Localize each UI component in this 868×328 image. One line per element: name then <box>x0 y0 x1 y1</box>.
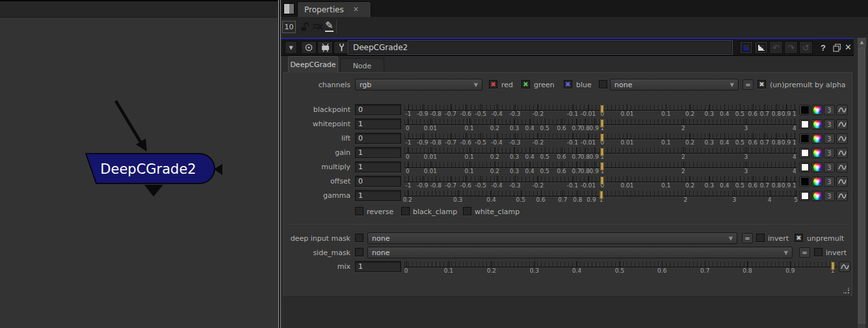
tab-deepcgrade[interactable]: DeepCGrade <box>288 56 338 73</box>
gamma-input[interactable] <box>355 190 401 201</box>
multiply-color-swatch-button[interactable] <box>799 162 810 172</box>
panel-count-field[interactable]: 10 <box>282 21 296 33</box>
offset-color-wheel-button[interactable] <box>811 176 822 187</box>
offset-channel-count-button[interactable]: 3 <box>824 176 835 187</box>
node-graph-canvas[interactable]: DeepCGrade2 <box>0 18 278 328</box>
gain-slider[interactable]: 00.010.10.20.30.40.50.60.70.80.91234 <box>404 147 797 161</box>
blackpoint-color-wheel-button[interactable] <box>811 105 822 115</box>
gain-color-swatch-button[interactable] <box>799 148 810 158</box>
channel-blue-checkbox[interactable]: ✖ <box>564 80 572 89</box>
settings-button[interactable] <box>334 41 349 54</box>
side_mask-equals-button[interactable]: = <box>799 247 810 258</box>
gain-channel-count-button[interactable]: 3 <box>824 148 835 158</box>
multiply-slider[interactable]: 00.010.10.20.30.40.50.60.70.80.91234 <box>404 161 797 175</box>
multiply-curve-editor-button[interactable] <box>836 162 848 172</box>
lift-color-wheel-button[interactable] <box>811 133 822 144</box>
center-in-graph-button[interactable] <box>301 41 317 54</box>
black_clamp-checkbox[interactable] <box>401 207 410 215</box>
lift-curve-editor-button[interactable] <box>836 133 848 144</box>
whitepoint-slider[interactable]: 00.010.10.20.30.40.50.60.70.80.91234 <box>404 118 797 132</box>
blackpoint-slider-handle[interactable] <box>601 105 604 113</box>
close-all-panels-icon[interactable] <box>312 21 324 33</box>
tab-close-icon[interactable]: ✕ <box>353 5 359 14</box>
offset-slider[interactable]: -1-0.9-0.8-0.7-0.6-0.5-0.4-0.3-0.2-0.1-0… <box>404 176 797 189</box>
close-panel-button[interactable]: ✕ <box>845 42 852 52</box>
scrollbar-thumb[interactable] <box>858 48 865 323</box>
lock-icon[interactable] <box>299 21 311 33</box>
multiply-input[interactable] <box>355 161 401 172</box>
reverse-checkbox[interactable] <box>355 207 363 215</box>
mix-slider[interactable]: 00.10.20.30.40.50.60.70.80.91 <box>404 261 837 275</box>
alpha-channel-checkbox[interactable] <box>599 80 607 89</box>
blackpoint-curve-editor-button[interactable] <box>836 105 848 115</box>
blackpoint-channel-count-button[interactable]: 3 <box>824 105 835 115</box>
pane-menu-icon[interactable] <box>283 3 295 14</box>
help-button[interactable]: ? <box>821 43 826 53</box>
node-input-arrow[interactable] <box>116 101 140 142</box>
gamma-slider-handle[interactable] <box>599 191 603 199</box>
side_mask-dropdown[interactable]: none▼ <box>367 247 793 258</box>
lift-input[interactable] <box>355 133 401 144</box>
node-name-input[interactable] <box>349 41 732 54</box>
resize-grip[interactable] <box>843 288 850 294</box>
gamma-channel-count-button[interactable]: 3 <box>824 191 835 201</box>
channels-layer-dropdown[interactable]: rgb▼ <box>355 79 482 90</box>
channel-green-checkbox[interactable]: ✖ <box>521 80 530 89</box>
float-panel-button[interactable] <box>833 44 841 52</box>
side_mask-enable-checkbox[interactable] <box>355 248 363 256</box>
whitepoint-input[interactable] <box>355 118 401 130</box>
side_mask-invert-checkbox[interactable] <box>814 248 822 256</box>
node-mask-input-triangle[interactable] <box>214 164 222 175</box>
lift-channel-count-button[interactable]: 3 <box>824 133 835 144</box>
deep-input-mask-unpremult-checkbox[interactable]: ✖ <box>795 234 803 242</box>
whitepoint-channel-count-button[interactable]: 3 <box>824 119 835 130</box>
panel-menu-button[interactable]: ▼ <box>285 41 297 54</box>
white_clamp-checkbox[interactable] <box>463 207 471 215</box>
properties-tab[interactable]: Properties ✕ <box>297 1 371 17</box>
deep-input-mask-equals-button[interactable]: = <box>742 233 753 243</box>
deep-input-mask-dropdown[interactable]: none▼ <box>367 232 737 244</box>
lift-slider-handle[interactable] <box>601 133 604 142</box>
undo-button[interactable]: ↶ <box>769 41 783 54</box>
channels-equals-button[interactable]: = <box>743 79 754 90</box>
multiply-color-wheel-button[interactable] <box>811 162 822 172</box>
offset-slider-handle[interactable] <box>601 176 604 185</box>
whitepoint-slider-handle[interactable] <box>601 119 604 128</box>
deep-input-mask-enable-checkbox[interactable] <box>355 234 363 242</box>
mix-slider-handle[interactable] <box>831 262 834 270</box>
gain-slider-handle[interactable] <box>601 148 604 156</box>
gamma-slider[interactable]: 0.20.30.40.50.60.70.80.912345 <box>404 190 797 204</box>
mix-curve-editor-button[interactable] <box>839 262 850 272</box>
whitepoint-curve-editor-button[interactable] <box>836 119 848 130</box>
offset-input[interactable] <box>355 176 401 187</box>
revert-button[interactable]: ↺ <box>799 41 813 54</box>
hide-input-button[interactable] <box>317 41 333 54</box>
gamma-curve-editor-button[interactable] <box>836 191 848 201</box>
whitepoint-color-swatch-button[interactable] <box>799 119 810 130</box>
offset-color-swatch-button[interactable] <box>799 176 810 187</box>
multiply-channel-count-button[interactable]: 3 <box>824 162 835 172</box>
scrollbar[interactable]: ▲ <box>857 38 865 328</box>
lift-slider[interactable]: -1-0.9-0.8-0.7-0.6-0.5-0.4-0.3-0.2-0.1-0… <box>404 133 797 146</box>
gl-color-swatch-button[interactable] <box>754 41 768 54</box>
redo-button[interactable]: ↷ <box>784 41 798 54</box>
scrollbar-up-button[interactable]: ▲ <box>858 38 866 47</box>
gamma-color-swatch-button[interactable] <box>799 191 810 201</box>
gamma-color-wheel-button[interactable] <box>811 191 822 201</box>
multiply-slider-handle[interactable] <box>601 162 604 171</box>
deep-input-mask-invert-checkbox[interactable] <box>756 234 765 242</box>
channel-red-checkbox[interactable]: ✖ <box>489 80 497 89</box>
blackpoint-input[interactable] <box>355 104 401 115</box>
edit-icon[interactable]: ✎ <box>325 21 334 32</box>
lift-color-swatch-button[interactable] <box>799 133 810 144</box>
gain-color-wheel-button[interactable] <box>811 148 822 158</box>
node-output-arrow[interactable] <box>144 185 163 197</box>
whitepoint-color-wheel-button[interactable] <box>811 119 822 130</box>
node-color-swatch-button[interactable] <box>739 41 753 54</box>
offset-curve-editor-button[interactable] <box>836 176 848 187</box>
gain-input[interactable] <box>355 147 401 158</box>
premult-checkbox[interactable]: ✖ <box>757 80 766 89</box>
tab-node[interactable]: Node <box>340 58 384 73</box>
gain-curve-editor-button[interactable] <box>836 148 848 158</box>
blackpoint-color-swatch-button[interactable] <box>799 105 810 115</box>
